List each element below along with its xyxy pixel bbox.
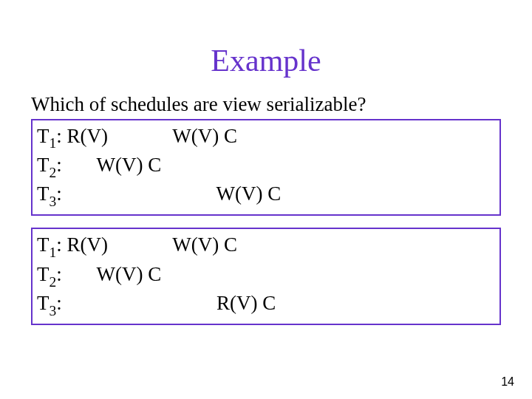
t-label: T [37, 233, 50, 256]
t-sub: 2 [50, 165, 57, 180]
t-ops: : W(V) C [56, 183, 281, 205]
t-ops: : R(V) W(V) C [56, 125, 237, 147]
schedule2-t1: T1: R(V) W(V) C [37, 232, 495, 261]
schedule1-t1: T1: R(V) W(V) C [37, 123, 495, 152]
schedule2-t3: T3: R(V) C [37, 290, 495, 319]
t-sub: 1 [50, 245, 57, 260]
t-label: T [37, 125, 50, 147]
t-ops: : R(V) W(V) C [56, 233, 237, 256]
t-ops: : R(V) C [56, 292, 276, 314]
t-label: T [37, 292, 50, 314]
t-label: T [37, 263, 50, 285]
t-label: T [37, 183, 50, 205]
t-ops: : W(V) C [56, 154, 161, 176]
page-number: 14 [501, 375, 514, 389]
t-label: T [37, 154, 50, 176]
schedule1-t2: T2: W(V) C [37, 152, 495, 181]
t-sub: 1 [50, 135, 57, 151]
t-sub: 2 [50, 274, 57, 290]
t-sub: 3 [50, 194, 57, 209]
question-text: Which of schedules are view serializable… [31, 92, 501, 117]
schedule1-t3: T3: W(V) C [37, 181, 495, 210]
t-sub: 3 [50, 303, 57, 318]
schedule-box-1: T1: R(V) W(V) C T2: W(V) C T3: W(V) C [31, 119, 501, 216]
slide: Example Which of schedules are view seri… [0, 0, 532, 399]
schedule-box-2: T1: R(V) W(V) C T2: W(V) C T3: R(V) C [31, 228, 501, 325]
slide-title: Example [0, 0, 532, 92]
schedule2-t2: T2: W(V) C [37, 262, 495, 290]
slide-body: Which of schedules are view serializable… [31, 92, 501, 325]
t-ops: : W(V) C [56, 263, 161, 285]
